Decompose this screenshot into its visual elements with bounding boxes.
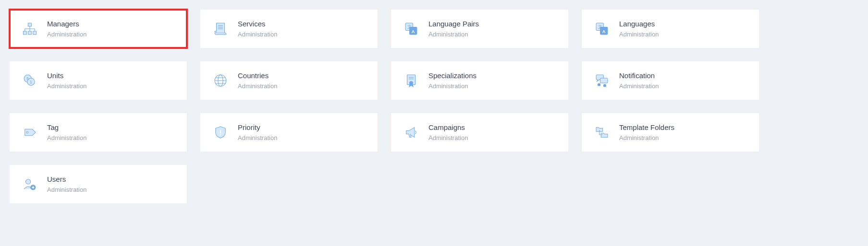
card-subtitle: Administration	[619, 134, 674, 141]
svg-text:1: 1	[30, 80, 32, 84]
card-title: Tag	[47, 123, 86, 131]
users-icon	[20, 175, 39, 194]
card-subtitle: Administration	[428, 31, 479, 38]
scroll-icon	[211, 19, 230, 38]
card-title: Units	[47, 71, 86, 80]
card-units[interactable]: 51 Units Administration	[10, 61, 187, 100]
admin-card-grid: Managers Administration Services Adminis…	[10, 10, 759, 203]
card-title: Campaigns	[428, 123, 468, 131]
card-title: Template Folders	[619, 123, 674, 131]
svg-text:文: 文	[407, 24, 412, 29]
card-title: Notification	[619, 71, 659, 80]
svg-point-29	[410, 82, 413, 85]
translate-icon: 文A	[402, 19, 421, 38]
card-subtitle: Administration	[47, 186, 86, 193]
certificate-icon	[402, 71, 421, 90]
card-title: Priority	[238, 123, 277, 131]
svg-text:文: 文	[598, 24, 602, 29]
card-specializations[interactable]: Specializations Administration	[391, 61, 568, 100]
svg-rect-33	[600, 78, 608, 83]
card-users[interactable]: Users Administration	[10, 165, 187, 203]
card-title: Users	[47, 175, 86, 183]
card-subtitle: Administration	[619, 31, 659, 38]
card-subtitle: Administration	[428, 82, 477, 90]
card-title: Managers	[47, 20, 86, 28]
svg-point-38	[220, 134, 221, 136]
card-languages[interactable]: 文A Languages Administration	[582, 10, 759, 48]
chat-icon	[592, 71, 611, 90]
org-chart-icon	[20, 19, 39, 38]
translate-icon: 文A	[592, 19, 611, 38]
shield-icon	[211, 123, 230, 142]
coins-icon: 51	[20, 71, 39, 90]
card-template-folders[interactable]: Template Folders Administration	[582, 113, 759, 152]
svg-point-39	[26, 179, 31, 184]
svg-text:5: 5	[26, 76, 29, 81]
megaphone-icon	[402, 123, 421, 142]
svg-rect-1	[23, 31, 26, 35]
card-subtitle: Administration	[47, 82, 86, 90]
card-campaigns[interactable]: Campaigns Administration	[391, 113, 568, 152]
card-notification[interactable]: Notification Administration	[582, 61, 759, 100]
card-language-pairs[interactable]: 文A Language Pairs Administration	[391, 10, 568, 48]
svg-text:A: A	[602, 29, 606, 34]
card-subtitle: Administration	[428, 134, 468, 141]
card-priority[interactable]: Priority Administration	[200, 113, 378, 152]
card-subtitle: Administration	[238, 31, 277, 38]
svg-rect-0	[28, 23, 32, 26]
tag-icon	[20, 123, 39, 142]
card-countries[interactable]: Countries Administration	[200, 61, 378, 100]
card-subtitle: Administration	[619, 82, 659, 90]
card-title: Countries	[238, 71, 277, 80]
card-title: Specializations	[428, 71, 477, 80]
card-tag[interactable]: Tag Administration	[10, 113, 187, 152]
svg-rect-2	[28, 31, 32, 35]
globe-icon	[211, 71, 230, 90]
card-title: Languages	[619, 20, 659, 28]
svg-point-36	[26, 131, 28, 133]
card-services[interactable]: Services Administration	[200, 10, 378, 48]
svg-text:A: A	[412, 29, 415, 34]
card-title: Services	[238, 20, 277, 28]
card-subtitle: Administration	[47, 31, 86, 38]
folders-icon	[592, 123, 611, 142]
card-managers[interactable]: Managers Administration	[10, 10, 187, 48]
card-subtitle: Administration	[238, 82, 277, 90]
card-subtitle: Administration	[47, 134, 86, 141]
card-subtitle: Administration	[238, 134, 277, 141]
svg-rect-9	[217, 23, 225, 33]
svg-rect-3	[33, 31, 37, 35]
card-title: Language Pairs	[428, 20, 479, 28]
